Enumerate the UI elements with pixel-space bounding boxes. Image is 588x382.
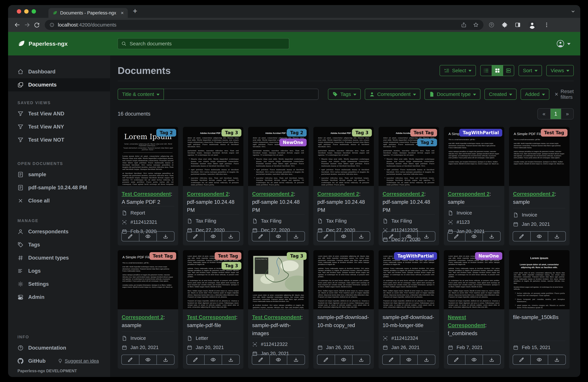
download-button[interactable] — [287, 232, 305, 241]
correspondent-link[interactable]: Newest Correspondent — [448, 314, 485, 328]
document-tag[interactable]: Tag 3 — [352, 129, 372, 137]
sidebar-item-document-types[interactable]: Document types — [8, 251, 110, 264]
document-tag[interactable]: TagWithPartial — [394, 252, 437, 260]
document-title[interactable]: Correspondent 2: pdf-sample 10.24.48 PM — [317, 190, 370, 214]
document-tag[interactable]: Tag 2 — [287, 129, 307, 137]
filter-text-input[interactable] — [164, 89, 318, 100]
download-button[interactable] — [417, 355, 435, 364]
forward-button[interactable] — [24, 22, 30, 28]
document-thumbnail[interactable]: Adobe Acrobat PDF Filesdolor sit amet, c… — [248, 127, 309, 186]
correspondent-link[interactable]: Correspondent 2 — [513, 191, 555, 197]
document-thumbnail[interactable]: Lorem ipsum dolor sit amet, consectetur … — [183, 250, 243, 309]
document-title[interactable]: Correspondent 2: asample — [122, 313, 174, 329]
correspondent-link[interactable]: Correspondent 2 — [448, 191, 489, 197]
sidebar-item-tags[interactable]: Tags — [8, 238, 110, 251]
document-thumbnail[interactable]: Adobe Acrobat PDF Filesdolor sit amet, c… — [313, 127, 374, 186]
document-thumbnail[interactable]: A Simple PDF File This is a small demons… — [509, 127, 569, 186]
document-tag[interactable]: Test Tag — [215, 252, 241, 260]
document-tag[interactable]: Tag 2 — [417, 139, 437, 146]
profile-avatar[interactable] — [528, 20, 537, 29]
sidebar-item-dashboard[interactable]: Dashboard — [8, 65, 110, 78]
download-button[interactable] — [287, 355, 305, 364]
edit-button[interactable] — [383, 355, 400, 364]
document-tag[interactable]: TagWithPartial — [459, 129, 502, 137]
document-thumbnail[interactable]: Lorem Ipsum "amet, consectetur adipiscin… — [118, 127, 178, 186]
download-button[interactable] — [548, 355, 566, 364]
document-tag[interactable]: NewOne — [279, 139, 307, 146]
edit-button[interactable] — [317, 355, 335, 364]
sidebar-item-open-doc-sample[interactable]: sample — [8, 168, 110, 181]
document-thumbnail[interactable]: Lorem ipsum dolor sit amet, consectetur … — [378, 250, 439, 309]
page-current-button[interactable]: 1 — [550, 109, 561, 119]
document-title[interactable]: Test Correspondent: sample-pdf-with-imag… — [252, 313, 305, 338]
download-button[interactable] — [222, 355, 239, 364]
document-title[interactable]: Correspondent 2: sample — [513, 190, 566, 206]
view-button[interactable] — [204, 355, 222, 364]
correspondent-link[interactable]: Test Correspondent — [187, 314, 236, 320]
edit-button[interactable] — [448, 355, 465, 364]
chevron-down-icon[interactable] — [570, 9, 576, 14]
sidebar-item-test-view-any[interactable]: Test View ANY — [8, 120, 110, 133]
edit-button[interactable] — [513, 232, 530, 241]
document-tag[interactable]: Tag 3 — [222, 262, 241, 270]
download-button[interactable] — [417, 232, 435, 241]
document-title[interactable]: Newest Correspondent: f_combineds — [448, 313, 500, 338]
download-button[interactable] — [222, 232, 239, 241]
sidebar-item-logs[interactable]: Logs — [8, 264, 110, 278]
download-button[interactable] — [352, 355, 370, 364]
view-button[interactable] — [530, 355, 548, 364]
app-brand[interactable]: Paperless-ngx — [18, 40, 68, 47]
document-title[interactable]: Correspondent 2: pdf-sample 10.24.48 PM — [383, 190, 435, 214]
edit-button[interactable] — [122, 232, 139, 241]
correspondent-link[interactable]: Correspondent 2 — [252, 191, 294, 197]
view-button[interactable] — [400, 355, 418, 364]
document-thumbnail[interactable]: A Simple PDF File This is a small demons… — [444, 127, 504, 186]
sidebar-item-correspondents[interactable]: Correspondents — [8, 225, 110, 238]
reload-button[interactable] — [34, 22, 40, 28]
edit-button[interactable] — [252, 355, 270, 364]
download-button[interactable] — [156, 355, 174, 364]
created-filter-button[interactable]: Created — [484, 89, 517, 100]
sidebar-item-documents[interactable]: Documents — [8, 78, 110, 91]
edit-button[interactable] — [383, 232, 400, 241]
correspondent-link[interactable]: Correspondent 2 — [383, 191, 424, 197]
side-panel-icon[interactable] — [515, 22, 521, 28]
edit-button[interactable] — [252, 232, 270, 241]
browser-tab[interactable]: Documents - Paperless-ngx × — [48, 8, 128, 18]
download-button[interactable] — [483, 232, 500, 241]
download-button[interactable] — [352, 232, 370, 241]
sidebar-item-documentation[interactable]: Documentation — [8, 341, 110, 354]
new-tab-button[interactable]: + — [133, 6, 137, 16]
document-title[interactable]: Correspondent 2: sample — [448, 190, 500, 206]
sidebar-item-test-view-and[interactable]: Test View AND — [8, 107, 110, 120]
sidebar-item-test-view-not[interactable]: Test View NOT — [8, 133, 110, 146]
page-next-button[interactable]: » — [561, 109, 573, 119]
detail-view-button[interactable] — [503, 65, 514, 76]
share-icon[interactable] — [461, 22, 467, 28]
document-tag[interactable]: Tag 3 — [222, 129, 241, 137]
search-input[interactable] — [130, 41, 286, 46]
document-title[interactable]: Correspondent 2: pdf-sample 10.24.48 PM — [187, 190, 239, 214]
document-thumbnail[interactable]: Lorem ipsum Lorem ipsum dolor sit amet, … — [509, 250, 569, 309]
menu-dots-icon[interactable] — [544, 22, 550, 28]
filter-field-button[interactable]: Title & content — [118, 89, 164, 100]
zoom-window-button[interactable] — [32, 9, 36, 14]
document-tag[interactable]: Test Tag — [149, 252, 176, 260]
sidebar-item-settings[interactable]: Settings — [8, 278, 110, 291]
close-window-button[interactable] — [17, 9, 21, 14]
document-tag[interactable]: Tag 2 — [156, 129, 176, 137]
document-tag[interactable]: Tag 3 — [287, 252, 307, 260]
grid-view-button[interactable] — [492, 65, 503, 76]
document-thumbnail[interactable]: Lorem ipsum dolor sit amet, consectetur … — [313, 250, 374, 309]
document-title[interactable]: Correspondent 2: pdf-sample 10.24.48 PM — [252, 190, 305, 214]
view-button[interactable] — [204, 232, 222, 241]
document-thumbnail[interactable]: Adobe Acrobat PDF Filesdolor sit amet, c… — [378, 127, 439, 186]
document-type-filter-button[interactable]: Document type — [424, 89, 481, 100]
page-prev-button[interactable]: « — [538, 109, 550, 119]
document-title[interactable]: sample-pdf-download-10-mb-longer-title — [383, 313, 435, 329]
sidebar-item-close-all[interactable]: Close all — [8, 194, 110, 207]
correspondent-link[interactable]: Test Correspondent — [122, 191, 171, 197]
suggest-idea-link[interactable]: Suggest an idea — [58, 358, 99, 364]
back-button[interactable] — [14, 22, 21, 28]
view-button[interactable] — [465, 232, 483, 241]
